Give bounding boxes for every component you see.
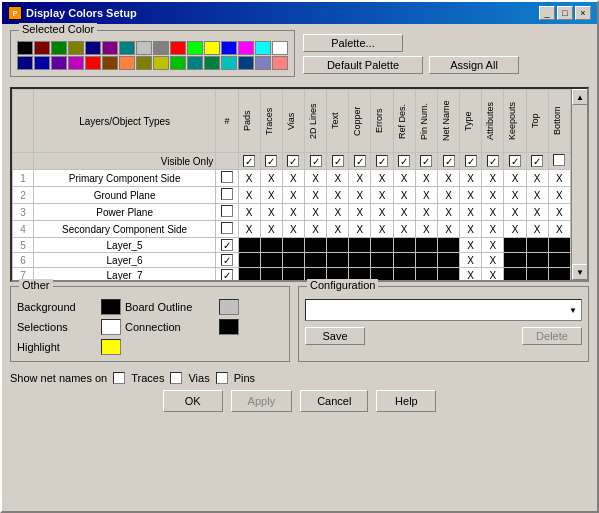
cell-netname-0[interactable]: X xyxy=(437,170,459,187)
swatch-2[interactable] xyxy=(51,41,67,55)
swatch-5[interactable] xyxy=(102,41,118,55)
cell-top-0[interactable]: X xyxy=(526,170,548,187)
cell-traces-0[interactable]: X xyxy=(260,170,282,187)
cell-top-4[interactable] xyxy=(526,238,548,253)
swatch-21[interactable] xyxy=(102,56,118,70)
swatch-6[interactable] xyxy=(119,41,135,55)
cell-vias-2[interactable]: X xyxy=(282,204,304,221)
background-color[interactable] xyxy=(101,299,121,315)
swatch-23[interactable] xyxy=(136,56,152,70)
cell-attrib-0[interactable]: X xyxy=(482,170,504,187)
cell-traces-2[interactable]: X xyxy=(260,204,282,221)
selections-color[interactable] xyxy=(101,319,121,335)
cell-errors-0[interactable]: X xyxy=(371,170,393,187)
cell-copper-2[interactable]: X xyxy=(349,204,371,221)
cell-vias-0[interactable]: X xyxy=(282,170,304,187)
cell-bottom-5[interactable] xyxy=(548,253,570,268)
cell-traces-4[interactable] xyxy=(260,238,282,253)
cell-keepouts-5[interactable] xyxy=(504,253,526,268)
cell-pinnum-6[interactable] xyxy=(415,268,437,281)
cell-lines-4[interactable] xyxy=(305,238,327,253)
vis-bottom[interactable] xyxy=(548,153,570,170)
cell-text-3[interactable]: X xyxy=(327,221,349,238)
vis-traces[interactable]: ✓ xyxy=(260,153,282,170)
swatch-24[interactable] xyxy=(153,56,169,70)
cell-copper-5[interactable] xyxy=(349,253,371,268)
cell-keepouts-3[interactable]: X xyxy=(504,221,526,238)
config-dropdown[interactable]: ▼ xyxy=(305,299,582,321)
cell-vias-4[interactable] xyxy=(282,238,304,253)
vis-lines[interactable]: ✓ xyxy=(305,153,327,170)
vis-refdes[interactable]: ✓ xyxy=(393,153,415,170)
cell-pads-1[interactable]: X xyxy=(238,187,260,204)
cell-bottom-0[interactable]: X xyxy=(548,170,570,187)
vis-copper[interactable]: ✓ xyxy=(349,153,371,170)
cell-copper-1[interactable]: X xyxy=(349,187,371,204)
table-scroll-area[interactable]: Layers/Object Types # Pads Traces Vias 2… xyxy=(12,89,587,280)
pins-checkbox[interactable] xyxy=(216,372,228,384)
swatch-20[interactable] xyxy=(85,56,101,70)
row-name-2[interactable]: Power Plane xyxy=(33,204,216,221)
swatch-0[interactable] xyxy=(17,41,33,55)
cell-pads-0[interactable]: X xyxy=(238,170,260,187)
save-button[interactable]: Save xyxy=(305,327,365,345)
cell-top-3[interactable]: X xyxy=(526,221,548,238)
cell-keepouts-0[interactable]: X xyxy=(504,170,526,187)
row-checkbox-2[interactable] xyxy=(216,204,238,221)
cell-pinnum-5[interactable] xyxy=(415,253,437,268)
cell-refdes-3[interactable]: X xyxy=(393,221,415,238)
cell-type-2[interactable]: X xyxy=(460,204,482,221)
swatch-30[interactable] xyxy=(255,56,271,70)
swatch-19[interactable] xyxy=(68,56,84,70)
cell-traces-1[interactable]: X xyxy=(260,187,282,204)
row-checkbox-6[interactable]: ✓ xyxy=(216,268,238,281)
cell-top-5[interactable] xyxy=(526,253,548,268)
minimize-button[interactable]: _ xyxy=(539,6,555,20)
row-name-4[interactable]: Layer_5 xyxy=(33,238,216,253)
cell-text-1[interactable]: X xyxy=(327,187,349,204)
cell-keepouts-4[interactable] xyxy=(504,238,526,253)
cell-netname-6[interactable] xyxy=(437,268,459,281)
swatch-17[interactable] xyxy=(34,56,50,70)
cell-netname-5[interactable] xyxy=(437,253,459,268)
apply-button[interactable]: Apply xyxy=(231,390,293,412)
cell-vias-5[interactable] xyxy=(282,253,304,268)
cell-type-4[interactable]: X xyxy=(460,238,482,253)
cell-errors-1[interactable]: X xyxy=(371,187,393,204)
swatch-11[interactable] xyxy=(204,41,220,55)
cell-type-1[interactable]: X xyxy=(460,187,482,204)
cell-attrib-4[interactable]: X xyxy=(482,238,504,253)
cell-refdes-6[interactable] xyxy=(393,268,415,281)
cell-text-5[interactable] xyxy=(327,253,349,268)
cell-attrib-3[interactable]: X xyxy=(482,221,504,238)
cell-errors-4[interactable] xyxy=(371,238,393,253)
row-name-3[interactable]: Secondary Component Side xyxy=(33,221,216,238)
cell-pads-6[interactable] xyxy=(238,268,260,281)
cell-pinnum-1[interactable]: X xyxy=(415,187,437,204)
vis-type[interactable]: ✓ xyxy=(460,153,482,170)
swatch-1[interactable] xyxy=(34,41,50,55)
cell-lines-1[interactable]: X xyxy=(305,187,327,204)
cell-netname-1[interactable]: X xyxy=(437,187,459,204)
cell-refdes-5[interactable] xyxy=(393,253,415,268)
close-button[interactable]: × xyxy=(575,6,591,20)
vis-pinnum[interactable]: ✓ xyxy=(415,153,437,170)
swatch-22[interactable] xyxy=(119,56,135,70)
cell-keepouts-1[interactable]: X xyxy=(504,187,526,204)
cell-refdes-4[interactable] xyxy=(393,238,415,253)
swatch-26[interactable] xyxy=(187,56,203,70)
cell-type-5[interactable]: X xyxy=(460,253,482,268)
cell-netname-4[interactable] xyxy=(437,238,459,253)
cell-pads-2[interactable]: X xyxy=(238,204,260,221)
swatch-14[interactable] xyxy=(255,41,271,55)
swatch-12[interactable] xyxy=(221,41,237,55)
swatch-3[interactable] xyxy=(68,41,84,55)
swatch-25[interactable] xyxy=(170,56,186,70)
swatch-29[interactable] xyxy=(238,56,254,70)
cell-type-6[interactable]: X xyxy=(460,268,482,281)
row-checkbox-0[interactable] xyxy=(216,170,238,187)
swatch-8[interactable] xyxy=(153,41,169,55)
row-name-6[interactable]: Layer_7 xyxy=(33,268,216,281)
cell-attrib-2[interactable]: X xyxy=(482,204,504,221)
connection-color[interactable] xyxy=(219,319,239,335)
